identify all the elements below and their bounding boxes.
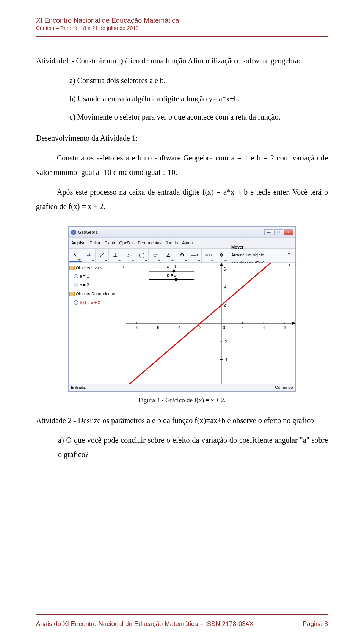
dev1-p1: Construa os seletores a e b no software …: [36, 151, 328, 179]
figure4-caption: Figura 4 - Gráfico de f(x) = x + 2.: [68, 394, 296, 406]
close-button[interactable]: ✕: [284, 229, 293, 235]
menu-editar[interactable]: Editar: [89, 239, 100, 247]
header-title: XI Encontro Nacional de Educação Matemát…: [36, 17, 328, 25]
svg-text:-8: -8: [135, 325, 138, 330]
perpendicular-icon: ⊥: [113, 250, 118, 260]
svg-text:-4: -4: [177, 325, 180, 330]
page: XI Encontro Nacional de Educação Matemát…: [0, 0, 364, 637]
tool-slider[interactable]: ⟿: [188, 249, 202, 262]
a1-item-b: b) Usando a entrada algébrica digite a f…: [69, 91, 328, 106]
tool-help: Mover Arraste um objeto selecionado (Esc…: [228, 249, 282, 262]
geogebra-window: GeoGebra — ☐ ✕ Arquivo Editar Exibir Opç…: [68, 226, 296, 392]
dev1-p2: Após este processo na caixa de entrada d…: [36, 185, 328, 214]
geogebra-inputbar: Entrada: Comando: [69, 384, 295, 391]
dev1-title: Desenvolvimento da Atividade 1:: [36, 131, 328, 145]
a1-item-c: c) Movimente o seletor para ver o que ac…: [69, 110, 328, 124]
tree-item-a[interactable]: a = 1: [74, 272, 125, 280]
a2-item-a: a) O que você pode concluir sobre o efei…: [58, 433, 328, 462]
geogebra-window-title: GeoGebra: [78, 228, 97, 236]
window-buttons: — ☐ ✕: [264, 229, 293, 235]
tool-zoom[interactable]: ✥: [215, 249, 228, 262]
svg-point-33: [174, 278, 177, 281]
plot-svg: -8 -6 -4 -2 0 2 4 6 6: [126, 263, 295, 384]
panel-close-icon[interactable]: ✕: [121, 263, 124, 271]
folder-icon: [69, 266, 75, 270]
activity1-intro: Atividade1 - Construir um gráfico de uma…: [36, 53, 328, 68]
slider-b[interactable]: b = 2: [149, 272, 194, 281]
menu-arquivo[interactable]: Arquivo: [71, 239, 85, 247]
tool-move[interactable]: ↖: [69, 249, 82, 262]
footer-rule-thin: [36, 613, 328, 613]
page-footer: Anais do XI Encontro Nacional de Educaçã…: [36, 620, 328, 628]
activity2: Atividade 2 - Deslize os parâmetros a e …: [36, 413, 328, 428]
tool-angle[interactable]: ∠: [162, 249, 175, 262]
geogebra-logo-icon: [71, 230, 76, 235]
page-header: XI Encontro Nacional de Educação Matemát…: [36, 17, 328, 38]
reflect-icon: ⟲: [179, 250, 184, 260]
visibility-toggle-icon[interactable]: [74, 300, 78, 305]
tool-circle[interactable]: ◯: [135, 249, 149, 262]
minimize-button[interactable]: —: [264, 229, 273, 235]
body-text: Atividade1 - Construir um gráfico de uma…: [36, 53, 328, 462]
command-label: Comando: [275, 384, 293, 392]
svg-point-30: [172, 269, 175, 272]
activity1-items: a) Construa dois seletores a e b. b) Usa…: [69, 73, 328, 124]
tool-perp[interactable]: ⊥: [109, 249, 122, 262]
svg-marker-3: [220, 263, 223, 266]
svg-text:0: 0: [223, 325, 225, 330]
tool-text[interactable]: ABC: [202, 249, 215, 262]
svg-text:6: 6: [224, 266, 226, 271]
algebra-panel: ✕ Objetos Livres a = 1 b = 2 Objetos Dep…: [69, 263, 126, 384]
menu-opcoes[interactable]: Opções: [119, 239, 134, 247]
tree-dep-label: Objetos Dependentes: [76, 290, 116, 298]
figure4: GeoGebra — ☐ ✕ Arquivo Editar Exibir Opç…: [68, 226, 296, 406]
geogebra-body: ✕ Objetos Livres a = 1 b = 2 Objetos Dep…: [69, 263, 295, 384]
tree-free-objects[interactable]: Objetos Livres: [69, 264, 125, 272]
svg-text:-2: -2: [198, 325, 202, 330]
svg-marker-2: [292, 322, 295, 325]
tree-item-b[interactable]: b = 2: [74, 281, 125, 289]
svg-text:6: 6: [284, 325, 286, 330]
graphics-view[interactable]: -8 -6 -4 -2 0 2 4 6 6: [126, 263, 295, 384]
svg-text:-4: -4: [224, 357, 228, 362]
tree-item-fx[interactable]: f(x) = x + 2: [74, 299, 125, 307]
svg-text:-2: -2: [224, 339, 228, 343]
slider-a[interactable]: a = 1: [149, 264, 194, 272]
ellipse-icon: ⬭: [153, 250, 157, 260]
footer-left: Anais do XI Encontro Nacional de Educaçã…: [36, 620, 254, 628]
header-rule-thick: [36, 36, 328, 37]
menu-ferramentas[interactable]: Ferramentas: [138, 239, 161, 247]
geogebra-toolbar: ↖ •A ／ ⊥ ▷ ◯ ⬭ ∠ ⟲ ⟿ ABC ✥ Mover Arraste…: [69, 249, 295, 263]
menu-janela[interactable]: Janela: [166, 239, 178, 247]
help-icon: ?: [287, 250, 290, 260]
tool-transform[interactable]: ⟲: [175, 249, 188, 262]
svg-text:-6: -6: [156, 325, 160, 330]
circle-icon: ◯: [139, 250, 145, 260]
geogebra-titlebar: GeoGebra — ☐ ✕: [69, 227, 295, 238]
line-icon: ／: [99, 250, 105, 260]
move-view-icon: ✥: [219, 250, 224, 260]
tool-conic[interactable]: ⬭: [149, 249, 162, 262]
point-icon: •A: [87, 252, 91, 259]
visibility-toggle-icon[interactable]: [74, 283, 78, 287]
text-icon: ABC: [205, 252, 212, 258]
tool-point[interactable]: •A: [82, 249, 96, 262]
menu-ajuda[interactable]: Ajuda: [182, 239, 193, 247]
a1-item-a: a) Construa dois seletores a e b.: [69, 73, 328, 88]
footer-right: Página 8: [303, 620, 328, 628]
header-rule-thin: [36, 38, 328, 38]
tool-line[interactable]: ／: [96, 249, 109, 262]
input-label: Entrada:: [71, 384, 87, 392]
visibility-toggle-icon[interactable]: [74, 274, 78, 278]
cursor-icon: ↖: [73, 250, 78, 260]
tree-dep-objects[interactable]: Objetos Dependentes: [69, 290, 125, 298]
tool-polygon[interactable]: ▷: [122, 249, 135, 262]
folder-icon: [69, 292, 75, 296]
maximize-button[interactable]: ☐: [274, 229, 283, 235]
header-subtitle: Curitiba – Paraná, 18 a 21 de julho de 2…: [36, 25, 328, 31]
slider-icon: ⟿: [191, 250, 199, 260]
menu-exibir[interactable]: Exibir: [105, 239, 115, 247]
angle-icon: ∠: [166, 250, 171, 260]
tool-help-icon[interactable]: ?: [282, 249, 295, 262]
tool-help-title: Mover: [231, 243, 279, 251]
